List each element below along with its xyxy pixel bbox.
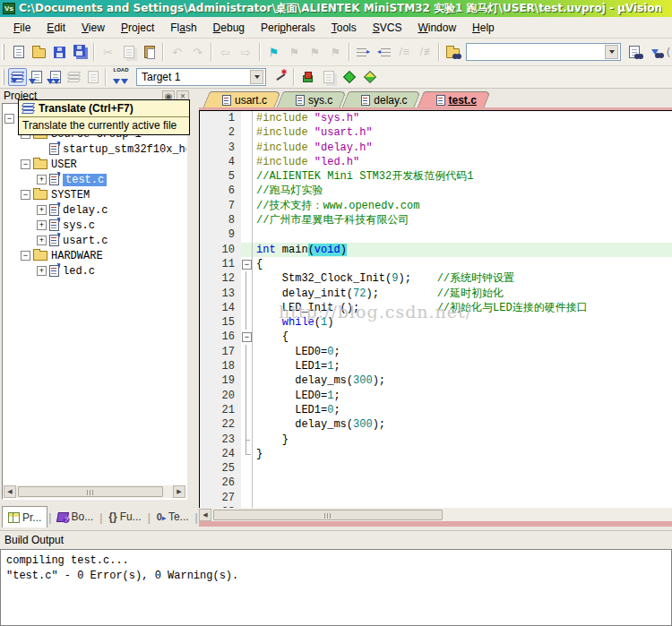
code-line-26[interactable] (241, 476, 672, 490)
code-line-20[interactable]: LED0=1; (241, 389, 672, 403)
multi-project-button[interactable] (318, 67, 339, 87)
menu-file[interactable]: File (5, 19, 39, 37)
expand-icon[interactable]: + (37, 266, 47, 276)
code-line-16[interactable]: { (241, 330, 672, 344)
code-line-10[interactable]: int main(void) (241, 243, 672, 257)
clipped-toolbar-button[interactable]: ( (665, 42, 672, 62)
build-output-pane[interactable]: compiling test.c..."test.c" - 0 Error(s)… (0, 549, 672, 626)
menu-help[interactable]: Help (464, 19, 503, 37)
code-line-13[interactable]: delay_init(72); //延时初始化 (241, 287, 672, 301)
expand-icon[interactable]: + (37, 175, 47, 184)
expand-icon[interactable]: + (37, 220, 47, 230)
batch-build-button[interactable] (65, 68, 83, 86)
tree-item-sys.c[interactable]: +sys.c (3, 218, 186, 233)
code-line-2[interactable]: #include "usart.h" (241, 125, 672, 140)
expand-icon[interactable]: + (37, 236, 47, 245)
collapse-icon[interactable]: − (21, 251, 30, 261)
new-file-button[interactable] (8, 42, 29, 62)
code-line-22[interactable]: delay_ms(300); (241, 417, 672, 432)
manage-project-items-button[interactable] (359, 67, 380, 87)
toolbar-grip[interactable] (2, 69, 4, 85)
editor-tab-sys-c[interactable]: sys.c (280, 91, 343, 108)
menu-view[interactable]: View (73, 19, 113, 37)
prev-bookmark-button[interactable]: ⚑ (305, 42, 325, 62)
tree-item-HARDWARE[interactable]: −HARDWARE (3, 248, 186, 263)
copy-button[interactable] (118, 42, 139, 62)
title-bar[interactable]: Vs C:\Documents and Settings\Administrat… (0, 0, 672, 17)
navigate-forward-button[interactable]: ⇨ (236, 42, 256, 62)
code-pane[interactable]: http://blog.csdn.net/ #include "sys.h"#i… (241, 111, 672, 508)
code-line-6[interactable]: //跑马灯实验 (241, 184, 672, 198)
code-line-12[interactable]: Stm32_Clock_Init(9); //系统时钟设置 (241, 271, 672, 286)
code-line-11[interactable]: { (241, 257, 672, 271)
collapse-icon[interactable]: − (21, 159, 30, 169)
fold-collapse-icon[interactable] (241, 330, 253, 344)
code-line-15[interactable]: while(1) (241, 315, 672, 330)
panel-tab-bo[interactable]: Bo... (52, 506, 99, 527)
tree-item-led.c[interactable]: +led.c (3, 263, 186, 279)
code-line-1[interactable]: #include "sys.h" (241, 111, 672, 125)
code-line-3[interactable]: #include "delay.h" (241, 141, 672, 155)
code-view[interactable]: 1234567891011121314151617181920212223242… (199, 110, 672, 508)
search-combobox[interactable] (466, 43, 621, 61)
code-line-24[interactable]: } (241, 447, 672, 461)
toolbar-grip[interactable] (2, 44, 4, 60)
redo-button[interactable]: ↷ (187, 42, 208, 62)
indent-left-button[interactable]: ◂ (374, 42, 394, 62)
code-line-19[interactable]: delay_ms(300); (241, 373, 672, 388)
open-file-button[interactable] (29, 42, 49, 62)
find-in-files-button[interactable] (443, 42, 463, 62)
menu-edit[interactable]: Edit (39, 19, 73, 37)
navigate-back-button[interactable]: ⇦ (215, 42, 236, 62)
indent-right-button[interactable]: ▸ (353, 42, 374, 62)
rebuild-button[interactable] (46, 68, 65, 86)
scrollbar-thumb[interactable] (213, 510, 443, 520)
code-line-14[interactable]: LED_Init (); //初始化与LED连接的硬件接口 (241, 301, 672, 315)
code-line-25[interactable] (241, 461, 672, 476)
code-line-7[interactable]: //技术支持：www.openedv.com (241, 199, 672, 213)
editor-tab-delay-c[interactable]: delay.c (345, 91, 418, 108)
undo-button[interactable]: ↶ (167, 42, 187, 62)
code-line-17[interactable]: LED0=0; (241, 345, 672, 359)
editor-tab-usart-c[interactable]: usart.c (206, 91, 278, 108)
tree-item-delay.c[interactable]: +delay.c (3, 202, 186, 218)
save-all-button[interactable] (70, 42, 90, 62)
code-line-4[interactable]: #include "led.h" (241, 155, 672, 169)
panel-tab-pr[interactable]: Pr... (2, 506, 47, 527)
menu-tools[interactable]: Tools (323, 19, 365, 37)
cut-button[interactable]: ✂ (98, 42, 118, 62)
save-button[interactable] (49, 42, 70, 62)
next-bookmark-button[interactable]: ⚑ (284, 42, 305, 62)
paste-button[interactable] (139, 42, 159, 62)
combobox-dropdown-button[interactable] (605, 45, 618, 59)
scroll-left-icon[interactable]: ◀ (4, 485, 16, 498)
options-for-target-button[interactable] (270, 67, 290, 87)
menu-window[interactable]: Window (409, 19, 464, 37)
menu-project[interactable]: Project (113, 19, 162, 37)
translate-button[interactable] (8, 68, 27, 86)
code-line-5[interactable]: //ALIENTEK Mini STM32开发板范例代码1 (241, 169, 672, 184)
expand-icon[interactable]: + (37, 205, 47, 215)
code-line-27[interactable] (241, 491, 672, 505)
scroll-left-icon[interactable]: ◀ (199, 509, 211, 521)
build-button[interactable] (27, 68, 46, 86)
download-flash-button[interactable]: LOAD (109, 67, 133, 87)
code-line-21[interactable]: LED1=0; (241, 403, 672, 417)
tree-item-USER[interactable]: −USER (3, 157, 186, 172)
uncomment-selection-button[interactable]: /≢ (415, 42, 435, 62)
manage-books-button[interactable] (339, 67, 359, 87)
code-line-18[interactable]: LED1=1; (241, 359, 672, 373)
panel-tab-te[interactable]: 0Te... (151, 506, 194, 527)
tree-item-SYSTEM[interactable]: −SYSTEM (3, 187, 186, 202)
menu-flash[interactable]: Flash (162, 19, 204, 37)
find-in-document-button[interactable] (624, 42, 644, 62)
editor-tab-test-c[interactable]: test.c (420, 91, 487, 108)
toggle-bookmark-button[interactable]: ⚑ (263, 42, 284, 62)
target-selector[interactable]: Target 1 (136, 68, 266, 86)
comment-selection-button[interactable]: /≡ (394, 42, 415, 62)
project-horizontal-scrollbar[interactable]: ◀ ▶ (4, 485, 185, 498)
code-line-9[interactable] (241, 227, 672, 242)
code-line-8[interactable]: //广州市星翼电子科技有限公司 (241, 213, 672, 227)
scroll-right-icon[interactable]: ▶ (173, 485, 185, 498)
editor-horizontal-scrollbar[interactable]: ◀ (199, 508, 672, 521)
